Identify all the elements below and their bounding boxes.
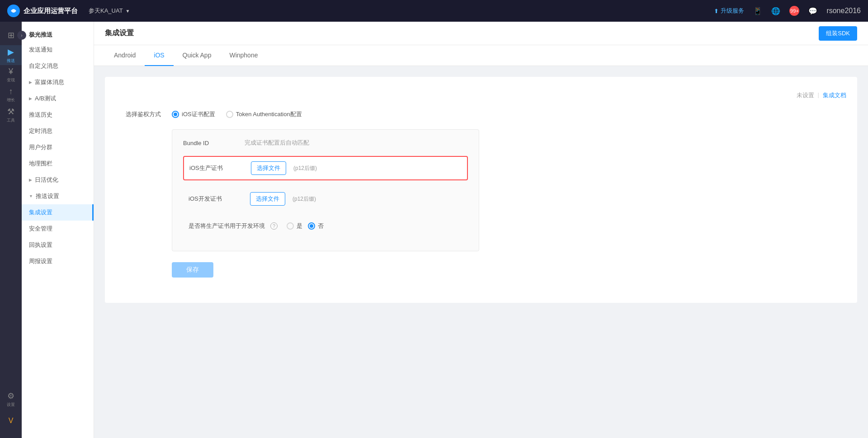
tab-quickapp-label: Quick App bbox=[183, 52, 212, 59]
push-settings-label: 推送设置 bbox=[36, 192, 59, 200]
radio-ios-cert[interactable]: iOS证书配置 bbox=[172, 110, 215, 118]
ios-dev-cert-hint: (p12后缀) bbox=[292, 195, 316, 203]
custom-message-label: 自定义消息 bbox=[29, 62, 58, 70]
sidebar-item-geofence[interactable]: 地理围栏 bbox=[22, 155, 94, 172]
notification-badge[interactable]: 99+ bbox=[789, 6, 799, 16]
integrated-doc-link[interactable]: 集成文档 bbox=[823, 91, 846, 99]
integration-settings-label: 集成设置 bbox=[29, 208, 52, 217]
auth-method-label: 选择鉴权方式 bbox=[116, 110, 161, 118]
save-area: 保存 bbox=[116, 262, 846, 278]
use-prod-yes-circle bbox=[287, 222, 294, 230]
push-icon: ▶ bbox=[8, 47, 14, 57]
ios-prod-cert-hint: (p12后缀) bbox=[293, 165, 317, 172]
sidebar-item-push-settings[interactable]: 推送设置 bbox=[22, 188, 94, 204]
not-set-label: 未设置 bbox=[797, 91, 814, 99]
bundle-id-row: Bundle ID 完成证书配置后自动匹配 bbox=[183, 139, 468, 147]
ios-production-cert-row: iOS生产证书 选择文件 (p12后缀) bbox=[183, 156, 468, 180]
sidebar-item-daily-opt[interactable]: 日活优化 bbox=[22, 172, 94, 188]
save-button[interactable]: 保存 bbox=[172, 262, 213, 278]
settings-icon: ⚙ bbox=[7, 391, 14, 401]
user-name[interactable]: rsone2016 bbox=[826, 7, 861, 15]
app-title: 企业应用运营平台 bbox=[24, 7, 78, 15]
badge-count: 99+ bbox=[790, 8, 799, 14]
sidebar-item-bottom-logo: V bbox=[0, 411, 22, 431]
use-prod-no-label: 否 bbox=[318, 222, 324, 230]
auth-method-row: 选择鉴权方式 iOS证书配置 Token Authentication配置 bbox=[116, 110, 846, 118]
sdk-button[interactable]: 组装SDK bbox=[819, 26, 857, 41]
sidebar-nav: 极光推送 发送通知 自定义消息 富媒体消息 A/B测试 推送历史 定时消息 用户… bbox=[22, 22, 94, 438]
tab-android-label: Android bbox=[114, 52, 136, 59]
tab-android[interactable]: Android bbox=[105, 45, 145, 66]
tab-ios[interactable]: iOS bbox=[145, 45, 173, 66]
top-nav-right: ⬆ 升级服务 📱 🌐 99+ 💬 rsone2016 bbox=[714, 6, 861, 16]
daily-opt-label: 日活优化 bbox=[35, 176, 58, 184]
form-top-actions: 未设置 | 集成文档 bbox=[116, 91, 846, 99]
sidebar-item-user-segment[interactable]: 用户分群 bbox=[22, 139, 94, 155]
use-prod-yes[interactable]: 是 bbox=[287, 222, 302, 230]
tab-quickapp[interactable]: Quick App bbox=[174, 45, 221, 66]
ios-prod-cert-select-button[interactable]: 选择文件 bbox=[251, 161, 286, 175]
sidebar-section-title: 极光推送 bbox=[22, 25, 94, 42]
bundle-id-label: Bundle ID bbox=[183, 140, 237, 146]
content-area: 集成设置 组装SDK Android iOS Quick App Winphon… bbox=[94, 22, 868, 438]
globe-icon[interactable]: 🌐 bbox=[771, 7, 780, 15]
home-icon: ⊞ bbox=[8, 30, 14, 40]
sidebar-item-integration-settings[interactable]: 集成设置 bbox=[22, 204, 94, 221]
bottom-logo-icon: V bbox=[9, 417, 14, 425]
sidebar-bottom-icons: ⚙ 设置 V bbox=[0, 389, 22, 438]
radio-ios-cert-circle bbox=[172, 111, 179, 118]
scheduled-label: 定时消息 bbox=[29, 127, 52, 135]
sidebar-item-settings[interactable]: ⚙ 设置 bbox=[0, 389, 22, 409]
ios-dev-cert-select-button[interactable]: 选择文件 bbox=[250, 192, 285, 206]
radio-token-auth-label: Token Authentication配置 bbox=[236, 110, 302, 118]
use-prod-no[interactable]: 否 bbox=[308, 222, 324, 230]
sidebar-item-push-history[interactable]: 推送历史 bbox=[22, 107, 94, 123]
sidebar-item-security[interactable]: 安全管理 bbox=[22, 221, 94, 237]
push-history-label: 推送历史 bbox=[29, 111, 52, 119]
main-layout: › ⊞ ▶ 推送 ¥ 变现 ↑ 增长 ⚒ 工具 ⚙ 设置 V bbox=[0, 22, 868, 438]
sidebar-item-home[interactable]: ⊞ bbox=[0, 25, 22, 45]
sidebar-item-scheduled[interactable]: 定时消息 bbox=[22, 123, 94, 139]
sidebar-item-ab-test[interactable]: A/B测试 bbox=[22, 90, 94, 107]
use-prod-yes-label: 是 bbox=[297, 222, 302, 230]
monetize-icon: ¥ bbox=[9, 67, 13, 76]
sidebar-item-custom-message[interactable]: 自定义消息 bbox=[22, 58, 94, 74]
push-label: 推送 bbox=[7, 58, 15, 64]
callback-label: 回执设置 bbox=[29, 241, 52, 249]
sidebar-item-weekly-report[interactable]: 周报设置 bbox=[22, 253, 94, 269]
tabs-bar: Android iOS Quick App Winphone bbox=[94, 45, 868, 66]
radio-token-auth-circle bbox=[226, 111, 233, 118]
sidebar-item-grow[interactable]: ↑ 增长 bbox=[0, 85, 22, 105]
upgrade-icon: ⬆ bbox=[714, 8, 719, 14]
logo-area: 企业应用运营平台 bbox=[7, 5, 78, 17]
weekly-report-label: 周报设置 bbox=[29, 257, 52, 265]
form-container: 未设置 | 集成文档 选择鉴权方式 iOS证书配置 Token Authenti… bbox=[105, 77, 857, 303]
mobile-icon[interactable]: 📱 bbox=[753, 7, 762, 15]
ios-prod-cert-label: iOS生产证书 bbox=[189, 164, 244, 172]
radio-token-auth[interactable]: Token Authentication配置 bbox=[226, 110, 302, 118]
sidebar-item-monetize[interactable]: ¥ 变现 bbox=[0, 65, 22, 85]
chat-icon[interactable]: 💬 bbox=[808, 7, 817, 15]
use-prod-for-dev-label: 是否将生产证书用于开发环境 bbox=[189, 222, 265, 230]
settings-label: 设置 bbox=[7, 402, 15, 408]
tab-ios-label: iOS bbox=[154, 52, 164, 59]
upgrade-button[interactable]: ⬆ 升级服务 bbox=[714, 7, 744, 15]
rich-message-label: 富媒体消息 bbox=[35, 78, 64, 86]
use-prod-for-dev-row: 是否将生产证书用于开发环境 ? 是 否 bbox=[183, 217, 468, 235]
sidebar-icons: › ⊞ ▶ 推送 ¥ 变现 ↑ 增长 ⚒ 工具 ⚙ 设置 V bbox=[0, 22, 22, 438]
sidebar-item-tools[interactable]: ⚒ 工具 bbox=[0, 105, 22, 125]
sidebar-item-send-notification[interactable]: 发送通知 bbox=[22, 42, 94, 58]
sidebar-item-push[interactable]: ▶ 推送 bbox=[0, 45, 22, 65]
info-icon[interactable]: ? bbox=[270, 222, 278, 230]
upgrade-label: 升级服务 bbox=[721, 7, 744, 15]
project-name: 参天KA_UAT bbox=[89, 7, 123, 15]
security-label: 安全管理 bbox=[29, 225, 52, 233]
send-notification-label: 发送通知 bbox=[29, 46, 52, 54]
sidebar-item-rich-message[interactable]: 富媒体消息 bbox=[22, 74, 94, 90]
project-selector[interactable]: 参天KA_UAT ▼ bbox=[89, 7, 130, 15]
sidebar-item-callback[interactable]: 回执设置 bbox=[22, 237, 94, 253]
grow-icon: ↑ bbox=[9, 87, 13, 96]
ios-dev-cert-label: iOS开发证书 bbox=[189, 195, 243, 203]
chevron-down-icon: ▼ bbox=[126, 9, 130, 14]
tab-winphone[interactable]: Winphone bbox=[220, 45, 267, 66]
